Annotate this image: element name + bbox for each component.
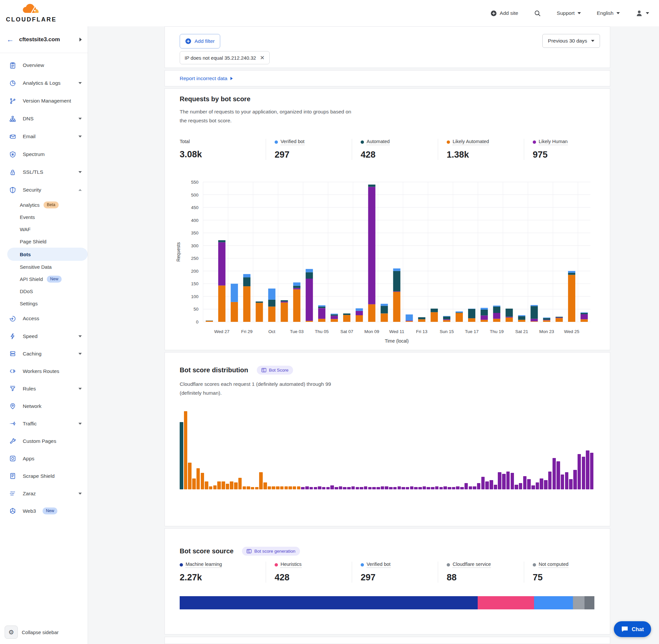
- histogram-bar: [209, 486, 213, 490]
- sidebar-item-custom-pages[interactable]: Custom Pages: [0, 432, 88, 450]
- back-arrow-icon[interactable]: ←: [6, 35, 14, 44]
- histogram-bar: [314, 487, 317, 489]
- histogram-bar: [393, 487, 397, 489]
- sidebar-item-caching[interactable]: Caching: [0, 345, 88, 362]
- support-menu[interactable]: Support: [557, 10, 581, 16]
- stat-label: Total: [180, 139, 190, 145]
- spectrum-icon: [9, 151, 16, 158]
- sidebar-item-bots[interactable]: Bots: [7, 248, 88, 261]
- sidebar-subitem-label: DDoS: [20, 289, 33, 294]
- site-switcher-caret-icon[interactable]: [79, 38, 82, 42]
- sidebar-item-version-management[interactable]: Version Management: [0, 92, 88, 110]
- sidebar-item-email[interactable]: Email: [0, 128, 88, 145]
- legend-dot-icon: [275, 140, 278, 144]
- histogram-bar: [184, 411, 188, 489]
- bot-score-badge[interactable]: Bot Score: [257, 366, 293, 374]
- histogram-bar: [226, 484, 230, 489]
- histogram-bar: [263, 482, 267, 489]
- histogram-bar: [544, 480, 547, 489]
- histogram-bar: [477, 483, 481, 489]
- sidebar-item-security[interactable]: Security: [0, 181, 88, 199]
- sidebar-item-page-shield[interactable]: Page Shield: [0, 235, 88, 248]
- requests-stat-total: Total3.08k: [180, 139, 266, 160]
- sidebar-item-overview[interactable]: Overview: [0, 56, 88, 74]
- stat-label[interactable]: Verified bot: [281, 139, 305, 145]
- source-stat-not-computed: Not computed75: [524, 561, 610, 583]
- sidebar-item-label: Network: [23, 403, 42, 409]
- svg-text:350: 350: [191, 230, 198, 235]
- histogram-bar: [351, 486, 355, 490]
- collapse-sidebar-button[interactable]: Collapse sidebar: [22, 629, 59, 635]
- stat-label[interactable]: Likely Human: [539, 139, 568, 145]
- sidebar-item-rules[interactable]: Rules: [0, 380, 88, 397]
- account-menu[interactable]: [636, 9, 649, 17]
- chevron-down-icon: [78, 171, 82, 173]
- chat-button[interactable]: Chat: [614, 621, 651, 637]
- sidebar-item-dns[interactable]: DNS: [0, 110, 88, 128]
- sidebar-item-access[interactable]: Access: [0, 309, 88, 327]
- add-site-button[interactable]: Add site: [491, 10, 518, 17]
- stat-label[interactable]: Automated: [367, 139, 390, 145]
- sidebar-item-events[interactable]: Events: [0, 211, 88, 223]
- histogram-bar: [230, 481, 233, 489]
- requests-stat-automated: Automated428: [352, 139, 438, 160]
- sidebar-item-zaraz[interactable]: Zaraz: [0, 485, 88, 502]
- sidebar-subitem-label: Events: [20, 214, 35, 220]
- histogram-bar: [347, 487, 351, 489]
- sidebar-item-traffic[interactable]: Traffic: [0, 415, 88, 432]
- sidebar-item-sensitive-data[interactable]: Sensitive Data: [0, 261, 88, 273]
- sidebar-item-scrape-shield[interactable]: Scrape Shield: [0, 467, 88, 485]
- stat-label[interactable]: Verified bot: [367, 561, 391, 568]
- remove-filter-icon[interactable]: ✕: [260, 55, 265, 61]
- zaraz-icon: [9, 490, 16, 497]
- sidebar-item-spectrum[interactable]: Spectrum: [0, 145, 88, 163]
- svg-text:450: 450: [191, 205, 198, 210]
- stat-label[interactable]: Heuristics: [281, 561, 302, 568]
- stat-value: 2.27k: [180, 572, 266, 583]
- svg-text:Fri 13: Fri 13: [416, 329, 428, 334]
- site-header: ← cftestsite3.com: [0, 26, 88, 53]
- sidebar-item-ssl-tls[interactable]: SSL/TLS: [0, 163, 88, 181]
- histogram-bar: [561, 475, 564, 489]
- distribution-card-title: Bot score distribution Bot Score: [180, 366, 293, 374]
- sidebar-item-label: Access: [23, 316, 39, 322]
- sidebar-item-api-shield[interactable]: API ShieldNew: [0, 273, 88, 285]
- sidebar-item-speed[interactable]: Speed: [0, 327, 88, 345]
- sidebar-item-waf[interactable]: WAF: [0, 223, 88, 235]
- histogram-bar: [238, 478, 242, 490]
- sidebar-item-web3[interactable]: Web3New: [0, 502, 88, 520]
- next-card-sliver: [165, 637, 610, 644]
- source-title-text: Bot score source: [180, 547, 233, 555]
- sidebar-item-apps[interactable]: Apps: [0, 450, 88, 467]
- report-incorrect-data-link[interactable]: Report incorrect data: [180, 75, 233, 82]
- stat-label[interactable]: Not computed: [539, 561, 568, 568]
- chevron-down-icon: [578, 12, 581, 14]
- histogram-bar: [548, 472, 552, 490]
- histogram-bar: [573, 470, 577, 489]
- gear-icon[interactable]: ⚙: [5, 625, 18, 639]
- svg-text:50: 50: [193, 307, 198, 312]
- bot-score-generation-badge[interactable]: Bot score generation: [242, 547, 300, 556]
- sidebar-item-analytics[interactable]: AnalyticsBeta: [0, 199, 88, 211]
- stat-label[interactable]: Machine learning: [186, 561, 222, 568]
- svg-text:Tue 03: Tue 03: [290, 329, 304, 334]
- sidebar-item-workers-routes[interactable]: Workers Routes: [0, 362, 88, 380]
- add-filter-button[interactable]: Add filter: [180, 34, 220, 48]
- date-range-select[interactable]: Previous 30 days: [542, 34, 600, 48]
- histogram-bar: [423, 486, 426, 490]
- source-stats-row: Machine learning2.27kHeuristics428Verifi…: [180, 561, 610, 583]
- stat-label[interactable]: Likely Automated: [453, 139, 489, 145]
- sidebar-item-label: Overview: [23, 62, 44, 68]
- sidebar-item-ddos[interactable]: DDoS: [0, 285, 88, 297]
- sidebar-item-analytics-logs[interactable]: Analytics & Logs: [0, 74, 88, 92]
- search-icon[interactable]: [534, 10, 541, 17]
- sidebar-item-settings[interactable]: Settings: [0, 297, 88, 309]
- cloudflare-logo[interactable]: CLOUDFLARE: [6, 4, 57, 23]
- histogram-bar: [389, 487, 393, 489]
- histogram-bar: [376, 487, 380, 489]
- sidebar-item-network[interactable]: Network: [0, 397, 88, 415]
- language-menu[interactable]: English: [597, 10, 620, 16]
- requests-stat-likely-automated: Likely Automated1.38k: [438, 139, 524, 160]
- stat-label[interactable]: Cloudflare service: [453, 561, 491, 568]
- stat-value: 428: [361, 150, 438, 160]
